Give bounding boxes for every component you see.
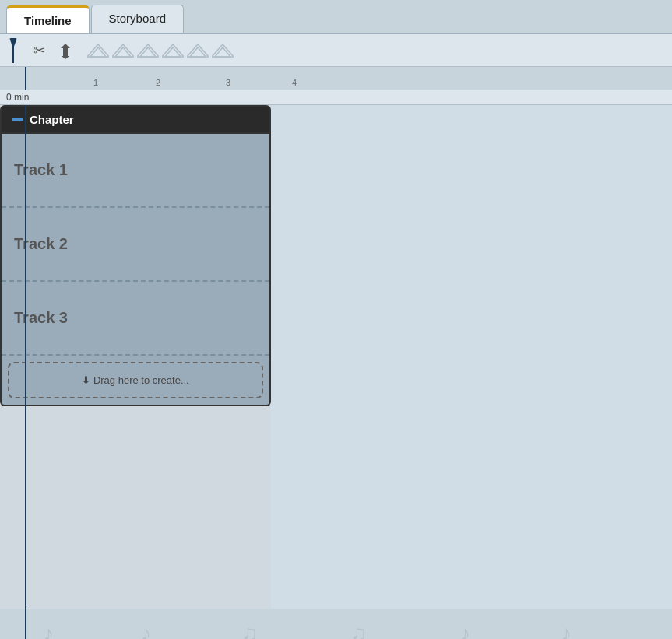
playhead-audio-line <box>25 609 26 639</box>
time-label: 0 min <box>0 90 672 105</box>
svg-marker-11 <box>187 44 209 57</box>
track-3-label: Track 3 <box>14 309 68 327</box>
music-note-9: ♪ <box>459 621 470 639</box>
svg-marker-3 <box>87 44 109 57</box>
svg-rect-1 <box>63 53 68 56</box>
merge-svg <box>57 42 74 59</box>
wave6 <box>212 41 234 60</box>
svg-marker-7 <box>137 44 159 57</box>
tab-storyboard-label: Storyboard <box>109 12 166 25</box>
tracks-container: Track 1 Track 2 Track 3 ⬇ Drag here to c… <box>0 134 271 406</box>
svg-marker-6 <box>115 47 131 57</box>
drag-here-label: ⬇ Drag here to create... <box>82 374 188 386</box>
svg-marker-0 <box>61 44 70 53</box>
wave5 <box>187 41 209 60</box>
music-note-11: ♪ <box>561 621 572 639</box>
drag-here-zone[interactable]: ⬇ Drag here to create... <box>8 362 263 398</box>
music-note-5: ♫ <box>241 621 258 639</box>
chapter-header: Chapter <box>0 105 271 134</box>
wave3 <box>137 41 159 60</box>
tab-bar: Timeline Storyboard <box>0 0 672 34</box>
svg-marker-10 <box>165 47 181 57</box>
ruler-tick-4: 4 <box>292 78 297 87</box>
track-1[interactable]: Track 1 <box>2 134 269 208</box>
svg-marker-14 <box>215 47 230 57</box>
ruler-tick-2: 2 <box>156 78 160 87</box>
track-2-label: Track 2 <box>14 235 68 253</box>
timeline-area <box>271 105 672 609</box>
wave4 <box>162 41 184 60</box>
music-note-3: ♪ <box>140 621 151 639</box>
svg-marker-8 <box>140 47 156 57</box>
chapter-title: Chapter <box>30 113 74 126</box>
tab-timeline[interactable]: Timeline <box>6 5 90 33</box>
chapter-panel: Chapter Track 1 Track 2 Track 3 ⬇ Drag h… <box>0 105 271 609</box>
wave1 <box>87 41 109 60</box>
svg-marker-5 <box>112 44 134 57</box>
playhead-vertical-line <box>25 105 26 609</box>
svg-marker-4 <box>90 47 106 57</box>
svg-marker-12 <box>190 47 206 57</box>
music-note-1: ♪ <box>43 621 54 639</box>
waveform-icons <box>87 41 234 60</box>
playhead-ruler-line <box>25 67 26 90</box>
merge-icon[interactable] <box>55 40 76 61</box>
svg-marker-2 <box>62 56 69 59</box>
ruler-tick-1: 1 <box>93 78 98 87</box>
svg-marker-9 <box>162 44 184 57</box>
ruler-container: 1 2 3 4 <box>0 67 672 90</box>
track-1-label: Track 1 <box>14 161 68 179</box>
cut-icon[interactable]: ✂ <box>28 40 50 61</box>
chapter-wrapper: Chapter Track 1 Track 2 Track 3 ⬇ Drag h… <box>0 105 271 406</box>
track-3[interactable]: Track 3 <box>2 282 269 356</box>
main-content: Chapter Track 1 Track 2 Track 3 ⬇ Drag h… <box>0 105 672 609</box>
track-2[interactable]: Track 2 <box>2 208 269 282</box>
toolbar: ✂ <box>0 34 672 67</box>
ruler-tick-3: 3 <box>226 78 230 87</box>
svg-marker-13 <box>212 44 234 57</box>
chapter-dash-icon <box>12 118 23 121</box>
wave2 <box>112 41 134 60</box>
audio-area: ♪ ♪ ♪ ♪ ♫ ♪ ♫ ♪ ♪ ♫ ♪ ♫ ♪ ♫ ♪ ♫ ♪ ♫ ♪ ♫ … <box>0 609 672 639</box>
tab-timeline-label: Timeline <box>24 14 72 27</box>
playhead-icon <box>6 38 20 63</box>
tab-storyboard[interactable]: Storyboard <box>91 5 184 33</box>
music-note-7: ♫ <box>350 621 367 639</box>
